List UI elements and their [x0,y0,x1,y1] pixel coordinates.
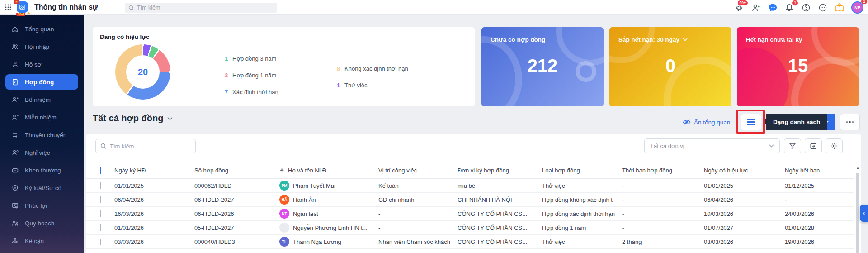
cell-unit: CÔNG TY CỔ PHẦN CS... [458,210,542,217]
sidebar-item-label: Thuyên chuyển [25,132,66,138]
cell-employee-name[interactable]: Hành Ân [293,196,316,203]
select-all-checkbox[interactable] [100,167,101,174]
stat-card-no-contract[interactable]: Chưa có hợp đồng 212 [481,27,604,106]
legend-item: 1Thử việc [337,82,408,89]
legend-item: 8Không xác định thời hạn [337,65,408,72]
cell-employee-name[interactable]: Ngan test [293,210,318,217]
cell-expiry-date: 19/03/2026 [785,239,854,245]
settings-button[interactable] [826,138,843,153]
sidebar-item-thuyen-chuyen[interactable]: Thuyên chuyển [5,127,78,143]
sidebar-item-khen-thuong[interactable]: Khen thưởng [5,162,78,178]
table-row[interactable]: 03/03/2026 000040/HĐLĐ3 TLThanh Nga Lươn… [86,235,854,249]
stat-card-value: 0 [618,56,722,76]
cell-employee-name[interactable]: Phạm Tuyết Mai [293,182,335,189]
column-header[interactable]: Thời hạn hợp đồng [622,167,704,174]
cell-effective-date: 03/03/2026 [704,239,785,245]
row-checkbox[interactable] [100,210,101,217]
cell-expiry-date: 31/12/2025 [785,182,854,189]
add-person-icon[interactable] [751,3,761,13]
person-minus-icon [11,114,19,121]
filter-button[interactable] [784,138,801,153]
sidebar-item-nghi-viec[interactable]: Nghỉ việc [5,145,78,160]
app-logo[interactable]: ★ 30-4 ★ [15,1,29,14]
cell-contract-type: Thử việc [542,239,622,245]
sidebar-item-tong-quan[interactable]: Tổng quan [5,21,78,37]
column-header[interactable]: Ngày có hiệu lực [704,167,785,174]
sidebar-item-bo-nhiem[interactable]: Bổ nhiệm [5,92,78,107]
chat-icon[interactable] [768,3,778,13]
hide-overview-link[interactable]: Ẩn tổng quan [683,119,730,126]
sidebar-item-ke-can[interactable]: Kế cận [5,233,78,248]
column-header[interactable]: Vị trí công việc [378,167,458,174]
announcement-badge: 99+ [737,0,748,6]
table-search[interactable] [95,139,196,153]
unit-filter-select[interactable]: Tất cả đơn vị [644,138,780,153]
more-circle-icon[interactable] [818,3,828,13]
cell-sign-date: 06/04/2026 [114,196,194,203]
sidebar-item-label: Phúc lợi [25,202,47,209]
cell-position: Kế toán [378,182,458,189]
cell-employee-name[interactable]: Nguyễn Phương Linh HN t... [293,224,368,231]
cell-contract-number: 06-HĐLĐ-2026 [194,210,279,217]
chevron-down-icon [167,117,173,120]
discipline-shield-icon [11,184,19,192]
sidebar-item-mien-nhiem[interactable]: Miễn nhiệm [5,110,78,125]
stat-card-expired[interactable]: Hết hạn chưa tái ký 15 [737,27,859,106]
table-search-input[interactable] [110,143,191,150]
announcement-icon[interactable]: 99+ [734,3,744,13]
sidebar-item-hop-dong[interactable]: Hợp đồng [5,74,78,90]
cell-sign-date: 01/01/2026 [114,224,194,231]
cell-contract-type: Hợp đồng không xác định t [542,196,622,203]
cell-sign-date: 01/01/2025 [114,182,194,189]
list-view-button[interactable] [741,114,761,130]
column-header[interactable]: Ngày ký HĐ [114,167,194,174]
succession-icon [11,237,19,245]
cell-employee-name[interactable]: Thanh Nga Lương [293,239,341,245]
list-title-dropdown[interactable]: Tất cả hợp đồng [93,113,173,124]
bell-icon[interactable]: 1 [784,3,794,13]
table-row[interactable]: 01/01/2026 05-HĐLĐ-2027 Nguyễn Phương Li… [86,221,854,235]
table-header-row: Ngày ký HĐ Số hợp đồng Họ và tên NLĐ Vị … [86,162,854,179]
star-icon: ★ [27,11,31,16]
cell-term: 2 tháng [622,239,704,245]
row-checkbox[interactable] [100,239,101,245]
column-header[interactable]: Số hợp đồng [194,167,279,174]
global-search-input[interactable] [137,5,274,11]
chevron-down-icon[interactable] [683,38,688,41]
column-header[interactable]: Loại hợp đồng [542,167,622,174]
sidebar-item-label: Quy hoạch [25,220,54,227]
sidebar-item-phuc-loi[interactable]: Phúc lợi [5,198,78,213]
column-header[interactable]: Đơn vị ký hợp đồng [458,167,542,174]
user-avatar[interactable]: NE 1 [851,1,863,14]
people-group-icon [11,43,19,51]
cell-term: - [622,210,704,217]
collapse-panel-tab[interactable]: ‹ [860,205,868,222]
cell-expiry-date: - [785,196,854,203]
global-search[interactable] [125,3,277,13]
apps-grid-icon[interactable] [5,2,12,12]
export-button[interactable] [805,138,822,153]
column-header[interactable]: Ngày hết hạn [785,167,854,174]
sidebar-item-hoi-nhap[interactable]: Hội nhập [5,39,78,54]
sidebar-item-ky-luat-su-co[interactable]: Kỷ luật/Sự cố [5,180,78,196]
avatar: PM [279,181,289,191]
cell-effective-date: 01/01/2025 [704,182,785,189]
sidebar-item-label: Khen thưởng [25,167,61,174]
table-row[interactable]: 16/03/2026 06-HĐLĐ-2026 NTNgan test - CÔ… [86,207,854,221]
table-row[interactable]: 06/04/2026 06-HĐLĐ-2027 HÂHành Ân GĐ chi… [86,193,854,207]
column-header[interactable]: Họ và tên NLĐ [288,167,326,174]
row-checkbox[interactable] [100,196,101,203]
row-checkbox[interactable] [100,182,101,189]
sidebar-item-quy-hoach[interactable]: Quy hoạch [5,215,78,231]
sidebar-item-ho-so[interactable]: Hồ sơ [5,57,78,72]
stat-card-expiring-soon[interactable]: Sắp hết hạn: 30 ngày 0 [609,27,731,106]
more-actions-button[interactable] [840,114,860,130]
handbook-icon[interactable] [835,3,844,13]
help-icon[interactable] [801,3,811,13]
sidebar-item-label: Hợp đồng [25,79,54,86]
row-checkbox[interactable] [100,224,101,231]
table-row[interactable]: 01/01/2025 000062/HĐLĐ PMPhạm Tuyết Mai … [86,179,854,193]
vertical-scrollbar[interactable] [856,173,859,253]
scroll-up-arrow[interactable]: ▲ [856,166,860,170]
home-icon [11,25,19,33]
